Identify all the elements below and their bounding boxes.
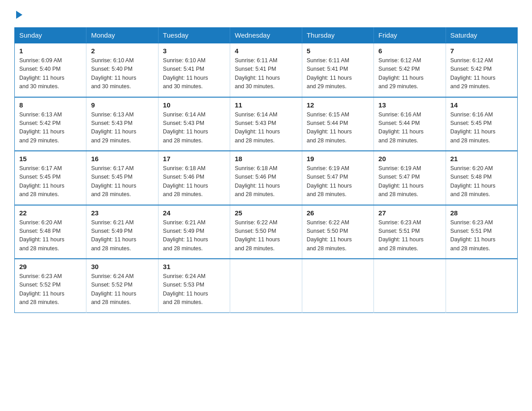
calendar-cell [446, 259, 517, 313]
calendar-cell: 4Sunrise: 6:11 AMSunset: 5:41 PMDaylight… [230, 43, 302, 97]
day-info: Sunrise: 6:23 AMSunset: 5:51 PMDaylight:… [450, 218, 513, 253]
calendar-cell: 8Sunrise: 6:13 AMSunset: 5:42 PMDaylight… [15, 97, 86, 151]
day-info: Sunrise: 6:14 AMSunset: 5:43 PMDaylight:… [163, 111, 225, 146]
day-info: Sunrise: 6:24 AMSunset: 5:53 PMDaylight:… [163, 272, 225, 307]
day-info: Sunrise: 6:13 AMSunset: 5:43 PMDaylight:… [91, 111, 153, 146]
day-number: 24 [163, 209, 225, 217]
weekday-saturday: Saturday [446, 28, 517, 43]
day-info: Sunrise: 6:09 AMSunset: 5:40 PMDaylight:… [19, 56, 82, 91]
day-number: 23 [91, 209, 153, 217]
day-info: Sunrise: 6:19 AMSunset: 5:47 PMDaylight:… [307, 164, 369, 199]
day-info: Sunrise: 6:17 AMSunset: 5:45 PMDaylight:… [91, 164, 153, 199]
calendar-cell: 3Sunrise: 6:10 AMSunset: 5:41 PMDaylight… [158, 43, 230, 97]
day-info: Sunrise: 6:12 AMSunset: 5:42 PMDaylight:… [450, 56, 513, 91]
calendar-cell [302, 259, 373, 313]
calendar-cell: 12Sunrise: 6:15 AMSunset: 5:44 PMDayligh… [302, 97, 373, 151]
calendar-cell: 19Sunrise: 6:19 AMSunset: 5:47 PMDayligh… [302, 151, 373, 205]
day-info: Sunrise: 6:18 AMSunset: 5:46 PMDaylight:… [235, 164, 297, 199]
day-number: 30 [91, 263, 153, 270]
day-number: 21 [450, 155, 513, 163]
day-number: 16 [91, 155, 153, 163]
calendar-cell: 21Sunrise: 6:20 AMSunset: 5:48 PMDayligh… [446, 151, 517, 205]
weekday-wednesday: Wednesday [230, 28, 302, 43]
calendar-cell: 6Sunrise: 6:12 AMSunset: 5:42 PMDaylight… [374, 43, 446, 97]
calendar-week-4: 22Sunrise: 6:20 AMSunset: 5:48 PMDayligh… [15, 205, 518, 259]
day-number: 27 [378, 209, 441, 217]
logo-arrow-icon [16, 11, 22, 19]
day-info: Sunrise: 6:11 AMSunset: 5:41 PMDaylight:… [307, 56, 369, 91]
day-number: 3 [163, 47, 225, 55]
calendar-cell: 24Sunrise: 6:21 AMSunset: 5:49 PMDayligh… [158, 205, 230, 259]
calendar-cell: 29Sunrise: 6:23 AMSunset: 5:52 PMDayligh… [15, 259, 86, 313]
calendar-week-3: 15Sunrise: 6:17 AMSunset: 5:45 PMDayligh… [15, 151, 518, 205]
calendar-body: 1Sunrise: 6:09 AMSunset: 5:40 PMDaylight… [15, 43, 518, 313]
day-number: 9 [91, 101, 153, 109]
calendar-week-1: 1Sunrise: 6:09 AMSunset: 5:40 PMDaylight… [15, 43, 518, 97]
day-number: 29 [19, 263, 82, 270]
day-info: Sunrise: 6:23 AMSunset: 5:51 PMDaylight:… [378, 218, 441, 253]
weekday-thursday: Thursday [302, 28, 373, 43]
day-info: Sunrise: 6:21 AMSunset: 5:49 PMDaylight:… [91, 218, 153, 253]
calendar-cell: 31Sunrise: 6:24 AMSunset: 5:53 PMDayligh… [158, 259, 230, 313]
day-info: Sunrise: 6:13 AMSunset: 5:42 PMDaylight:… [19, 111, 82, 146]
day-number: 6 [378, 47, 441, 55]
calendar-cell [374, 259, 446, 313]
calendar-cell: 14Sunrise: 6:16 AMSunset: 5:45 PMDayligh… [446, 97, 517, 151]
calendar-cell: 27Sunrise: 6:23 AMSunset: 5:51 PMDayligh… [374, 205, 446, 259]
calendar-week-2: 8Sunrise: 6:13 AMSunset: 5:42 PMDaylight… [15, 97, 518, 151]
day-info: Sunrise: 6:19 AMSunset: 5:47 PMDaylight:… [378, 164, 441, 199]
weekday-friday: Friday [374, 28, 446, 43]
day-number: 17 [163, 155, 225, 163]
day-number: 26 [307, 209, 369, 217]
day-number: 28 [450, 209, 513, 217]
day-info: Sunrise: 6:20 AMSunset: 5:48 PMDaylight:… [19, 218, 82, 253]
day-info: Sunrise: 6:24 AMSunset: 5:52 PMDaylight:… [91, 272, 153, 307]
day-number: 8 [19, 101, 82, 109]
day-info: Sunrise: 6:14 AMSunset: 5:43 PMDaylight:… [235, 111, 297, 146]
day-info: Sunrise: 6:23 AMSunset: 5:52 PMDaylight:… [19, 272, 82, 307]
day-number: 15 [19, 155, 82, 163]
calendar-week-5: 29Sunrise: 6:23 AMSunset: 5:52 PMDayligh… [15, 259, 518, 313]
calendar-cell: 16Sunrise: 6:17 AMSunset: 5:45 PMDayligh… [86, 151, 158, 205]
day-number: 20 [378, 155, 441, 163]
day-number: 22 [19, 209, 82, 217]
day-number: 25 [235, 209, 297, 217]
calendar-cell: 2Sunrise: 6:10 AMSunset: 5:40 PMDaylight… [86, 43, 158, 97]
day-info: Sunrise: 6:17 AMSunset: 5:45 PMDaylight:… [19, 164, 82, 199]
calendar-cell: 25Sunrise: 6:22 AMSunset: 5:50 PMDayligh… [230, 205, 302, 259]
day-info: Sunrise: 6:22 AMSunset: 5:50 PMDaylight:… [307, 218, 369, 253]
day-number: 5 [307, 47, 369, 55]
day-info: Sunrise: 6:11 AMSunset: 5:41 PMDaylight:… [235, 56, 297, 91]
day-info: Sunrise: 6:16 AMSunset: 5:45 PMDaylight:… [450, 111, 513, 146]
day-info: Sunrise: 6:20 AMSunset: 5:48 PMDaylight:… [450, 164, 513, 199]
calendar-cell: 30Sunrise: 6:24 AMSunset: 5:52 PMDayligh… [86, 259, 158, 313]
calendar-cell: 10Sunrise: 6:14 AMSunset: 5:43 PMDayligh… [158, 97, 230, 151]
calendar-cell: 18Sunrise: 6:18 AMSunset: 5:46 PMDayligh… [230, 151, 302, 205]
day-info: Sunrise: 6:16 AMSunset: 5:44 PMDaylight:… [378, 111, 441, 146]
day-number: 11 [235, 101, 297, 109]
day-number: 2 [91, 47, 153, 55]
day-number: 31 [163, 263, 225, 270]
logo [14, 11, 22, 19]
day-info: Sunrise: 6:10 AMSunset: 5:40 PMDaylight:… [91, 56, 153, 91]
day-info: Sunrise: 6:15 AMSunset: 5:44 PMDaylight:… [307, 111, 369, 146]
calendar-cell: 26Sunrise: 6:22 AMSunset: 5:50 PMDayligh… [302, 205, 373, 259]
calendar-cell: 17Sunrise: 6:18 AMSunset: 5:46 PMDayligh… [158, 151, 230, 205]
day-number: 19 [307, 155, 369, 163]
day-number: 12 [307, 101, 369, 109]
day-number: 13 [378, 101, 441, 109]
day-info: Sunrise: 6:12 AMSunset: 5:42 PMDaylight:… [378, 56, 441, 91]
day-info: Sunrise: 6:21 AMSunset: 5:49 PMDaylight:… [163, 218, 225, 253]
weekday-tuesday: Tuesday [158, 28, 230, 43]
calendar-cell: 28Sunrise: 6:23 AMSunset: 5:51 PMDayligh… [446, 205, 517, 259]
day-info: Sunrise: 6:10 AMSunset: 5:41 PMDaylight:… [163, 56, 225, 91]
calendar-cell: 22Sunrise: 6:20 AMSunset: 5:48 PMDayligh… [15, 205, 86, 259]
calendar-table: SundayMondayTuesdayWednesdayThursdayFrid… [14, 27, 518, 313]
day-number: 14 [450, 101, 513, 109]
day-info: Sunrise: 6:22 AMSunset: 5:50 PMDaylight:… [235, 218, 297, 253]
calendar-cell: 23Sunrise: 6:21 AMSunset: 5:49 PMDayligh… [86, 205, 158, 259]
calendar-cell: 1Sunrise: 6:09 AMSunset: 5:40 PMDaylight… [15, 43, 86, 97]
calendar-cell: 11Sunrise: 6:14 AMSunset: 5:43 PMDayligh… [230, 97, 302, 151]
day-info: Sunrise: 6:18 AMSunset: 5:46 PMDaylight:… [163, 164, 225, 199]
calendar-cell [230, 259, 302, 313]
